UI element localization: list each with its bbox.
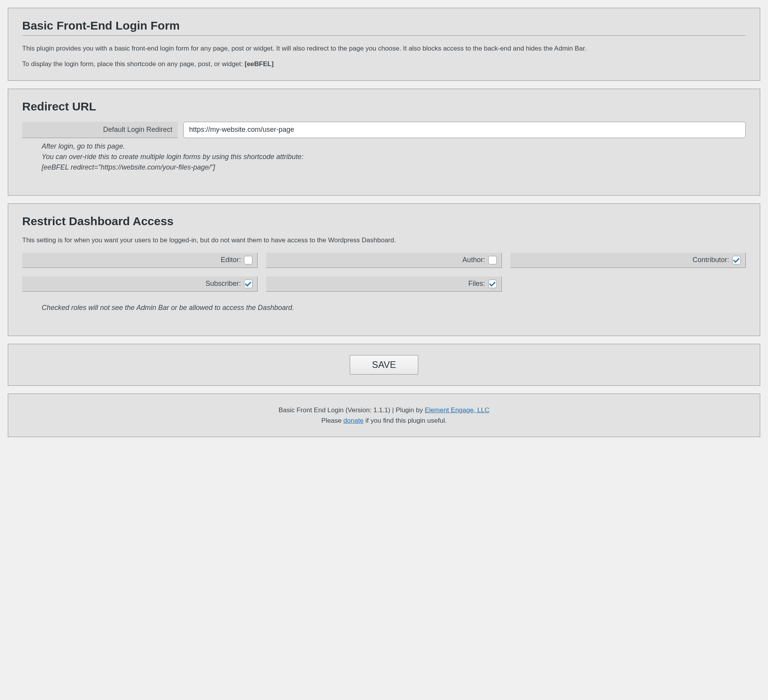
- redirect-help-line3: [eeBFEL redirect="https://website.com/yo…: [42, 162, 746, 173]
- redirect-help-line1: After login, go to this page.: [42, 141, 746, 152]
- footer-panel: Basic Front End Login (Version: 1.1.1) |…: [8, 394, 760, 437]
- restrict-panel: Restrict Dashboard Access This setting i…: [8, 203, 760, 336]
- role-subscriber[interactable]: Subscriber:: [22, 276, 258, 292]
- intro-shortcode: [eeBFEL]: [245, 60, 274, 68]
- role-editor-label: Editor:: [221, 256, 241, 264]
- intro-panel: Basic Front-End Login Form This plugin p…: [8, 8, 760, 81]
- redirect-help-line2: You can over-ride this to create multipl…: [42, 152, 746, 162]
- restrict-description: This setting is for when you want your u…: [22, 236, 746, 244]
- role-contributor-checkbox[interactable]: [732, 256, 741, 264]
- redirect-field-row: Default Login Redirect: [22, 122, 746, 138]
- restrict-help: Checked roles will not see the Admin Bar…: [42, 303, 746, 313]
- restrict-title: Restrict Dashboard Access: [22, 215, 746, 228]
- redirect-panel: Redirect URL Default Login Redirect Afte…: [8, 89, 760, 196]
- role-files-checkbox[interactable]: [488, 280, 497, 288]
- role-author[interactable]: Author:: [266, 253, 501, 268]
- redirect-title: Redirect URL: [22, 100, 746, 113]
- footer-line1-prefix: Basic Front End Login (Version: 1.1.1) |…: [279, 406, 425, 414]
- intro-description-2: To display the login form, place this sh…: [22, 59, 746, 69]
- redirect-label: Default Login Redirect: [22, 122, 178, 138]
- role-editor[interactable]: Editor:: [22, 253, 258, 268]
- role-subscriber-label: Subscriber:: [205, 280, 241, 288]
- save-panel: SAVE: [8, 344, 760, 386]
- intro-description-1: This plugin provides you with a basic fr…: [22, 44, 746, 54]
- role-contributor[interactable]: Contributor:: [510, 253, 746, 268]
- role-files[interactable]: Files:: [266, 276, 501, 292]
- footer-line2-suffix: if you find this plugin useful.: [364, 417, 447, 424]
- footer-author-link[interactable]: Element Engage, LLC: [425, 406, 489, 414]
- footer-line2-prefix: Please: [321, 417, 344, 424]
- role-author-checkbox[interactable]: [488, 256, 497, 264]
- save-button[interactable]: SAVE: [350, 355, 418, 374]
- footer-donate-link[interactable]: donate: [344, 417, 364, 424]
- footer-line2: Please donate if you find this plugin us…: [22, 415, 746, 426]
- roles-grid: Editor: Author: Contributor: Subscriber:…: [22, 253, 746, 292]
- role-contributor-label: Contributor:: [693, 256, 729, 264]
- role-editor-checkbox[interactable]: [244, 256, 252, 264]
- footer-line1: Basic Front End Login (Version: 1.1.1) |…: [22, 405, 746, 415]
- role-author-label: Author:: [463, 256, 485, 264]
- intro-shortcode-prefix: To display the login form, place this sh…: [22, 60, 245, 68]
- redirect-help: After login, go to this page. You can ov…: [42, 141, 746, 173]
- redirect-url-input[interactable]: [183, 122, 746, 138]
- page-title: Basic Front-End Login Form: [22, 19, 746, 36]
- role-files-label: Files:: [468, 280, 485, 288]
- role-subscriber-checkbox[interactable]: [244, 280, 252, 288]
